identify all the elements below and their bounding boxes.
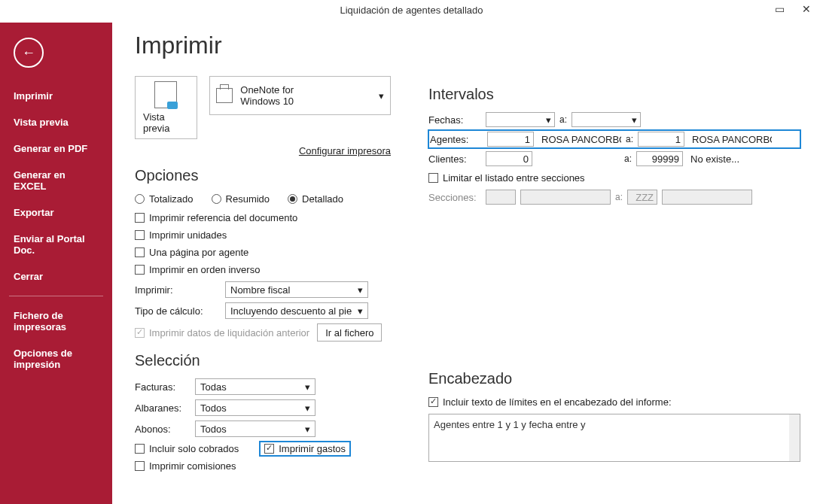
page-preview-icon [154, 81, 177, 108]
chevron-down-icon: ▾ [358, 305, 363, 317]
agente-from-name: ROSA PANCORBO [538, 132, 621, 147]
cliente-to-num[interactable]: 99999 [636, 151, 683, 166]
arrow-left-icon: ← [22, 45, 35, 61]
encabezado-heading: Encabezado [428, 370, 800, 387]
maximize-icon[interactable]: ▭ [767, 2, 791, 17]
seccion-from-name [520, 190, 611, 205]
title-bar: Liquidación de agentes detallado ▭ ✕ [0, 0, 823, 23]
abonos-label: Abonos: [135, 424, 195, 435]
cliente-to-name: No existe... [687, 151, 770, 166]
chk-imprimir-gastos[interactable]: Imprimir gastos [260, 442, 350, 456]
abonos-combo[interactable]: Todos▾ [195, 421, 315, 437]
ir-al-fichero-button[interactable]: Ir al fichero [317, 323, 382, 342]
page-title: Imprimir [135, 32, 391, 59]
chk-imprimir-comisiones[interactable]: Imprimir comisiones [135, 460, 236, 472]
cliente-from-num[interactable]: 0 [486, 151, 532, 166]
preview-label: Vista previa [143, 111, 189, 134]
chevron-down-icon: ▾ [358, 284, 363, 296]
a-label: a: [559, 114, 567, 125]
opciones-heading: Opciones [135, 167, 391, 184]
seccion-to-name [662, 190, 752, 205]
seleccion-heading: Selección [135, 352, 391, 369]
configure-printer-link[interactable]: Configurar impresora [135, 145, 391, 156]
sidebar-item-opciones-impresion[interactable]: Opciones de impresión [0, 340, 112, 378]
sidebar-item-enviar-portal[interactable]: Enviar al Portal Doc. [0, 226, 112, 263]
clientes-label: Clientes: [428, 153, 481, 165]
intervalos-heading: Intervalos [428, 86, 800, 103]
albaranes-label: Albaranes: [135, 402, 195, 414]
sidebar-item-generar-pdf[interactable]: Generar en PDF [0, 135, 112, 162]
chk-limitar-secciones[interactable]: Limitar el listado entre secciones [428, 172, 585, 184]
chevron-down-icon: ▾ [305, 381, 310, 393]
agentes-label: Agentes: [430, 134, 483, 145]
close-icon[interactable]: ✕ [794, 2, 818, 17]
radio-resumido[interactable]: Resumido [212, 193, 270, 205]
seccion-from-num [486, 190, 516, 205]
chk-pagina-por-agente[interactable]: Una página por agente [135, 247, 248, 258]
sidebar-separator [9, 296, 103, 296]
chevron-down-icon: ▾ [305, 402, 310, 414]
imprimir-combo[interactable]: Nombre fiscal▾ [225, 281, 368, 298]
fecha-from[interactable]: ▾ [486, 112, 555, 127]
chk-incluir-texto-limites[interactable]: Incluir texto de límites en el encabezad… [428, 396, 672, 408]
printer-select[interactable]: OneNote for Windows 10 ▾ [209, 76, 391, 115]
facturas-combo[interactable]: Todas▾ [195, 378, 315, 395]
chk-imprimir-unidades[interactable]: Imprimir unidades [135, 229, 227, 241]
sidebar: ← Imprimir Vista previa Generar en PDF G… [0, 23, 112, 504]
printer-selected-name: OneNote for Windows 10 [240, 84, 334, 107]
radio-detallado[interactable]: Detallado [288, 193, 343, 205]
chk-orden-inverso[interactable]: Imprimir en orden inverso [135, 264, 260, 275]
a-label: a: [626, 134, 633, 144]
tipo-calculo-combo[interactable]: Incluyendo descuento al pie▾ [225, 302, 368, 319]
back-button[interactable]: ← [14, 38, 44, 68]
secciones-label: Secciones: [428, 192, 481, 203]
chevron-down-icon: ▾ [546, 114, 551, 126]
chk-incluir-solo-cobrados[interactable]: Incluir solo cobrados [135, 443, 239, 454]
sidebar-item-imprimir[interactable]: Imprimir [0, 83, 112, 109]
agente-to-num[interactable]: 1 [638, 132, 684, 147]
seccion-to-num: ZZZ [627, 190, 657, 205]
a-label: a: [615, 192, 623, 202]
sidebar-item-exportar[interactable]: Exportar [0, 199, 112, 226]
a-label: a: [624, 153, 632, 164]
chevron-down-icon: ▾ [632, 114, 637, 126]
preview-button[interactable]: Vista previa [135, 76, 197, 139]
chk-datos-liquidacion: Imprimir datos de liquidación anterior [135, 327, 309, 339]
scrollbar[interactable] [789, 414, 800, 461]
sidebar-item-generar-excel[interactable]: Generar en EXCEL [0, 162, 112, 199]
fecha-to[interactable]: ▾ [572, 112, 641, 127]
imprimir-label: Imprimir: [135, 284, 225, 296]
cliente-from-name [537, 151, 620, 166]
chevron-down-icon: ▾ [379, 90, 384, 102]
agente-from-num[interactable]: 1 [487, 132, 534, 147]
window-title: Liquidación de agentes detallado [340, 5, 483, 16]
radio-totalizado[interactable]: Totalizado [135, 193, 194, 205]
encabezado-textarea[interactable]: Agentes entre 1 y 1 y fecha entre y [428, 414, 800, 462]
albaranes-combo[interactable]: Todos▾ [195, 399, 315, 416]
sidebar-item-fichero-impresoras[interactable]: Fichero de impresoras [0, 302, 112, 340]
sidebar-item-cerrar[interactable]: Cerrar [0, 263, 112, 290]
agente-to-name: ROSA PANCORBO [689, 132, 772, 147]
fechas-label: Fechas: [428, 114, 481, 126]
facturas-label: Facturas: [135, 381, 195, 393]
printer-icon [216, 88, 233, 103]
tipo-calculo-label: Tipo de cálculo: [135, 305, 225, 317]
chevron-down-icon: ▾ [305, 424, 310, 435]
sidebar-item-vista-previa[interactable]: Vista previa [0, 109, 112, 135]
chk-imprimir-referencia[interactable]: Imprimir referencia del documento [135, 212, 297, 223]
